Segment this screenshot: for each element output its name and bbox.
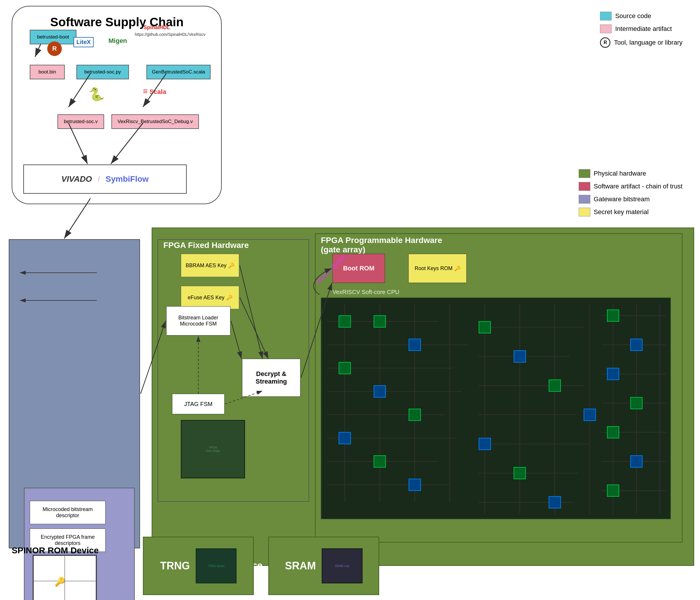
circuit-diagram [321, 298, 671, 519]
legend-gateware-label: Gateware bitstream [594, 195, 650, 203]
svg-rect-49 [607, 310, 619, 321]
circuit-svg [321, 298, 671, 519]
legend-middle: Physical hardware Software artifact - ch… [579, 169, 682, 217]
diagram-container: Source code Intermediate artifact R Tool… [0, 0, 700, 600]
node-bootbin: boot.bin [30, 65, 65, 79]
sram-label: SRAM [285, 560, 316, 572]
node-vexriscv-debug: VexRiscv_BetrustedSoC_Debug.v [111, 114, 199, 129]
svg-rect-54 [631, 456, 642, 467]
legend-circle: R [600, 38, 610, 48]
trng-label: TRNG [160, 560, 190, 572]
svg-rect-17 [409, 409, 421, 421]
svg-rect-32 [479, 321, 491, 333]
grid-cell-2 [65, 556, 96, 581]
bbram-box: BBRAM AES Key 🔑 [181, 254, 239, 277]
spinalhdl-url: https://github.com/SpinalHDL/VexRiscv [135, 32, 206, 37]
svg-rect-19 [374, 456, 385, 467]
svg-rect-15 [339, 362, 351, 374]
fpga-fixed-title: FPGA Fixed Hardware [163, 241, 249, 250]
legend-intermediate-label: Intermediate artifact [615, 25, 672, 33]
svg-rect-50 [631, 339, 642, 351]
migen-logo: Migen [108, 37, 127, 45]
svg-rect-18 [339, 432, 351, 444]
efuse-box: eFuse AES Key 🔑 [181, 286, 239, 309]
root-keys-box: Root Keys ROM 🔑 [408, 254, 467, 283]
sram-chip-image: SRAM chip [322, 548, 362, 583]
jtag-box: JTAG FSM [172, 394, 225, 414]
legend-blue-box [600, 12, 611, 20]
vivado-label: VIVADO [61, 174, 92, 184]
sram-box: SRAM SRAM chip [268, 537, 379, 595]
legend-physical-hw: Physical hardware [579, 169, 682, 178]
node-betrusted-soc-py: betrusted-soc.py [76, 65, 129, 79]
legend-tool: R Tool, language or library [600, 38, 682, 48]
node-betrusted-soc-v: betrusted-soc.v [57, 114, 104, 129]
legend-source-code-label: Source code [615, 12, 651, 20]
svg-line-63 [64, 198, 91, 239]
legend-source-code: Source code [600, 12, 682, 20]
svg-rect-37 [514, 467, 526, 479]
trng-chip-image: TRNG board [196, 548, 236, 583]
svg-rect-16 [374, 385, 385, 397]
micro-box: Microcoded bitstream descriptor [30, 501, 106, 524]
spinalhdl-logo: SpinalHDL [144, 25, 170, 31]
key-icon-grid: 🔑 [54, 577, 65, 587]
fpga-bitstream-outer: FPGA bitstream Microcoded bitstream desc… [9, 239, 140, 548]
legend-top: Source code Intermediate artifact R Tool… [600, 12, 682, 48]
svg-rect-20 [409, 479, 421, 491]
node-gen-scala: GenBetrustedSoC.scala [146, 65, 210, 79]
decrypt-streaming-box: Decrypt & Streaming [242, 359, 300, 397]
symbiflow-label: SymbiFlow [106, 174, 149, 184]
svg-rect-51 [607, 368, 619, 380]
litex-logo: LiteX [74, 37, 94, 47]
rust-icon: R [47, 42, 62, 56]
legend-physical-hw-label: Physical hardware [594, 170, 646, 177]
grid-cell-4 [65, 581, 96, 600]
synth-separator: / [98, 175, 100, 183]
python-icon: 🐍 [89, 86, 105, 102]
bitstream-loader-box: Bitstream Loader Microcode FSM [166, 306, 230, 335]
legend-tool-label: Tool, language or library [614, 39, 682, 46]
legend-yellow-box [579, 208, 590, 217]
legend-intermediate: Intermediate artifact [600, 25, 682, 33]
svg-rect-52 [631, 397, 642, 409]
vexriscv-label: VexRISCV Soft-core CPU [332, 289, 399, 296]
svg-rect-35 [584, 409, 596, 421]
svg-rect-55 [607, 485, 619, 496]
legend-pink-box [600, 25, 611, 33]
svg-rect-12 [339, 316, 351, 327]
synthesis-box: VIVADO / SymbiFlow [23, 165, 187, 194]
fpga-chip-image: FPGAchip image [181, 420, 245, 478]
scala-logo: ≡ Scala [143, 86, 166, 96]
legend-secret-key: Secret key material [579, 208, 682, 217]
fpga-prog-title: FPGA Programmable Hardware(gate array) [321, 236, 442, 254]
legend-gateware: Gateware bitstream [579, 195, 682, 204]
legend-secret-key-label: Secret key material [594, 208, 649, 216]
legend-red-box [579, 182, 590, 191]
svg-rect-34 [549, 380, 560, 392]
svg-rect-53 [607, 426, 619, 438]
trng-box: TRNG TRNG board [143, 537, 254, 595]
svg-rect-36 [479, 438, 491, 450]
legend-purple-box [579, 195, 590, 204]
legend-green-box [579, 169, 590, 178]
spinor-device-label: SPINOR ROM Device [12, 546, 99, 555]
legend-software-artifact-label: Software artifact - chain of trust [594, 182, 682, 190]
svg-rect-38 [549, 496, 560, 508]
svg-rect-13 [374, 316, 385, 327]
svg-rect-14 [409, 339, 421, 351]
legend-software-artifact: Software artifact - chain of trust [579, 182, 682, 191]
svg-rect-33 [514, 351, 526, 362]
